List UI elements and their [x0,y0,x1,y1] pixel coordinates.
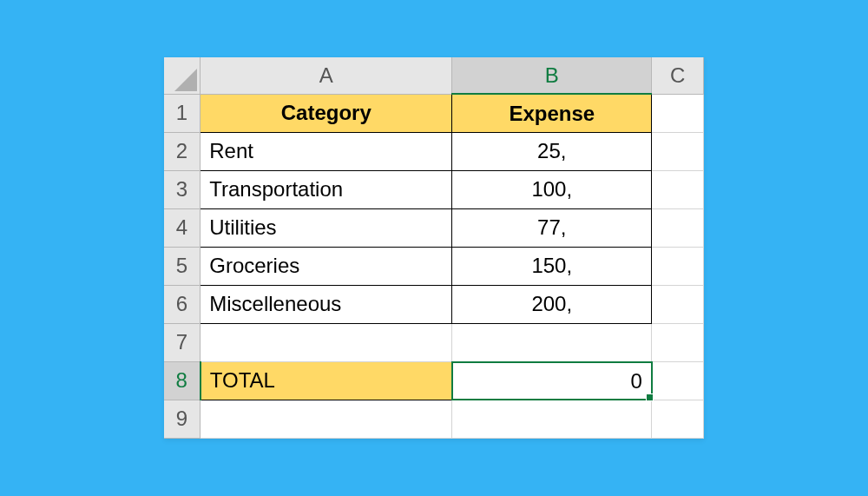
col-header-A[interactable]: A [201,57,452,94]
row-header-6[interactable]: 6 [164,285,201,323]
row-header-5[interactable]: 5 [164,247,201,285]
cell-C1[interactable] [652,94,704,132]
active-cell-outline: 0 [451,361,653,401]
row-header-8[interactable]: 8 [164,361,201,400]
cell-A4[interactable]: Utilities [201,208,452,247]
cell-B6[interactable]: 200, [452,285,652,323]
cell-C4[interactable] [652,208,704,247]
cell-A5[interactable]: Groceries [201,247,452,285]
cell-C7[interactable] [652,323,704,361]
cell-B8[interactable]: 0 [452,361,652,400]
cell-A9[interactable] [201,400,452,438]
row-header-1[interactable]: 1 [164,94,201,132]
spreadsheet: A B C 1 Category Expense 2 Rent 25, 3 Tr… [164,57,705,439]
cell-A7[interactable] [201,323,452,361]
row-header-2[interactable]: 2 [164,132,201,170]
cell-B2[interactable]: 25, [452,132,652,170]
cell-B3[interactable]: 100, [452,170,652,208]
cell-A8[interactable]: TOTAL [201,361,452,400]
cell-C8[interactable] [652,361,704,400]
cell-B5[interactable]: 150, [452,247,652,285]
col-header-C[interactable]: C [652,57,704,94]
row-header-4[interactable]: 4 [164,208,201,247]
cell-A6[interactable]: Miscelleneous [201,285,452,323]
grid: A B C 1 Category Expense 2 Rent 25, 3 Tr… [164,57,705,439]
col-header-B[interactable]: B [452,57,652,94]
cell-A2[interactable]: Rent [201,132,452,170]
cell-B1[interactable]: Expense [452,94,652,132]
select-all-corner[interactable] [164,57,201,94]
cell-C3[interactable] [652,170,704,208]
cell-C5[interactable] [652,247,704,285]
row-header-7[interactable]: 7 [164,323,201,361]
cell-A3[interactable]: Transportation [201,170,452,208]
row-header-3[interactable]: 3 [164,170,201,208]
cell-C6[interactable] [652,285,704,323]
cell-C2[interactable] [652,132,704,170]
row-header-9[interactable]: 9 [164,400,201,438]
cell-A1[interactable]: Category [201,94,452,132]
cell-B8-value: 0 [630,369,641,393]
cell-C9[interactable] [652,400,704,438]
cell-B4[interactable]: 77, [452,208,652,247]
cell-B9[interactable] [452,400,652,438]
cell-B7[interactable] [452,323,652,361]
